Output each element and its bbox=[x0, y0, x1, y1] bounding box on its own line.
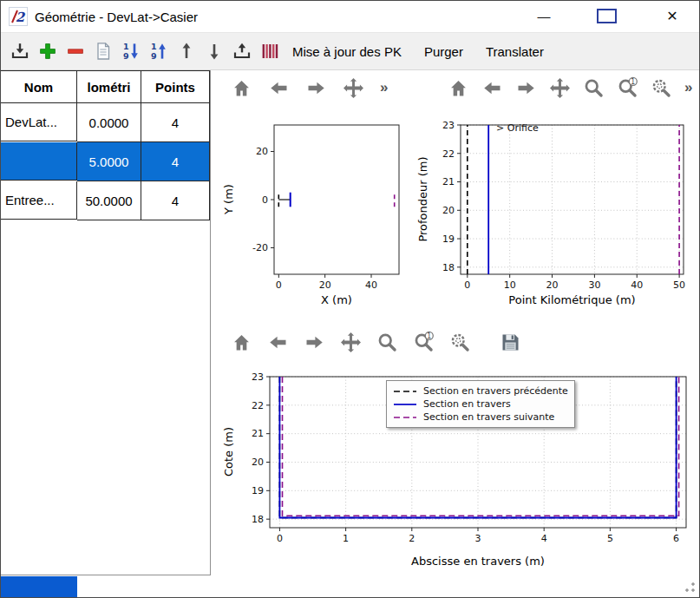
profile-x-axis-label: Point Kilométrique (m) bbox=[461, 293, 684, 306]
cell-points[interactable]: 4 bbox=[141, 181, 210, 220]
xy-plot-toolbar: » bbox=[228, 74, 388, 102]
svg-text:22: 22 bbox=[442, 148, 455, 160]
svg-text:1: 1 bbox=[150, 42, 156, 51]
pan-button[interactable] bbox=[546, 74, 572, 102]
toolbar-icon-strip: 1919 bbox=[8, 38, 281, 64]
xy-y-axis-label: Y (m) bbox=[222, 143, 235, 256]
cell-pk-selected[interactable]: 5.0000 bbox=[77, 142, 141, 181]
add-icon bbox=[37, 41, 58, 62]
home-button[interactable] bbox=[228, 328, 254, 356]
export-button[interactable] bbox=[230, 38, 253, 64]
forward-button[interactable] bbox=[301, 328, 327, 356]
geometry-app-icon: 2 bbox=[9, 7, 28, 26]
sort-down-icon: 19 bbox=[121, 41, 141, 62]
home-button[interactable] bbox=[228, 74, 254, 102]
svg-text:21: 21 bbox=[442, 176, 455, 187]
overflow-chevron[interactable]: » bbox=[684, 79, 692, 96]
zoom-button[interactable] bbox=[374, 328, 400, 356]
back-icon bbox=[481, 76, 504, 100]
back-button[interactable] bbox=[479, 74, 505, 102]
zoom-fit-button[interactable] bbox=[648, 74, 674, 102]
svg-text:9: 9 bbox=[150, 51, 156, 61]
svg-text:23: 23 bbox=[442, 120, 455, 131]
svg-text:50: 50 bbox=[673, 279, 685, 291]
cell-nom[interactable]: DevLat... bbox=[1, 103, 77, 141]
profile-plot[interactable]: 01020304050181920212223> Orifice bbox=[413, 116, 699, 304]
svg-text:1: 1 bbox=[427, 331, 431, 339]
forward-button[interactable] bbox=[303, 74, 329, 102]
pan-button[interactable] bbox=[337, 328, 363, 356]
overflow-chevron[interactable]: » bbox=[380, 79, 388, 96]
window-title: Géométrie - DevLat->Casier bbox=[35, 10, 198, 24]
app-window: 2 Géométrie - DevLat->Casier — ✕ 1919 Mi… bbox=[0, 0, 700, 598]
move-down-button[interactable] bbox=[202, 38, 226, 64]
save-button[interactable] bbox=[497, 328, 523, 356]
legend-item: Section en travers bbox=[393, 398, 568, 411]
move-up-icon bbox=[176, 41, 197, 62]
cell-nom[interactable]: Entree... bbox=[1, 181, 77, 220]
zoom-fit-icon bbox=[650, 76, 673, 100]
titlebar: 2 Géométrie - DevLat->Casier — ✕ bbox=[1, 1, 699, 32]
section-plot-toolbar: 1 bbox=[228, 328, 523, 356]
svg-text:0: 0 bbox=[276, 279, 282, 291]
svg-text:19: 19 bbox=[442, 233, 455, 245]
svg-text:20: 20 bbox=[546, 279, 559, 291]
back-icon bbox=[267, 76, 291, 100]
svg-text:-20: -20 bbox=[252, 242, 268, 253]
zoom-one-button[interactable]: 1 bbox=[614, 74, 640, 102]
pan-button[interactable] bbox=[340, 74, 366, 102]
section-x-axis-label: Abscisse en travers (m) bbox=[270, 555, 686, 568]
svg-text:1: 1 bbox=[631, 76, 635, 85]
column-header-nom[interactable]: Nom bbox=[1, 71, 77, 103]
import-button[interactable] bbox=[8, 38, 31, 64]
document-button[interactable] bbox=[91, 38, 114, 64]
cell-pk[interactable]: 50.0000 bbox=[77, 181, 141, 220]
remove-button[interactable] bbox=[63, 38, 87, 64]
sort-down-button[interactable]: 19 bbox=[119, 38, 142, 64]
forward-button[interactable] bbox=[513, 74, 539, 102]
pk-stripes-button[interactable] bbox=[258, 38, 281, 64]
pan-icon bbox=[342, 76, 365, 100]
sort-up-button[interactable]: 19 bbox=[147, 38, 170, 64]
svg-text:0: 0 bbox=[262, 194, 268, 206]
legend-item: Section en travers précédente bbox=[393, 384, 568, 398]
export-icon bbox=[232, 41, 252, 62]
svg-text:3: 3 bbox=[475, 533, 481, 544]
maximize-button[interactable] bbox=[585, 2, 628, 30]
back-icon bbox=[266, 331, 290, 354]
back-button[interactable] bbox=[265, 74, 291, 102]
add-button[interactable] bbox=[36, 38, 59, 64]
cell-points[interactable]: 4 bbox=[141, 103, 210, 142]
legend-label: Section en travers bbox=[423, 398, 511, 410]
forward-icon bbox=[514, 76, 538, 100]
home-button[interactable] bbox=[445, 74, 471, 102]
profile-plot-toolbar: 1» bbox=[445, 74, 692, 102]
forward-icon bbox=[303, 331, 326, 354]
cell-pk[interactable]: 0.0000 bbox=[77, 103, 141, 142]
home-icon bbox=[447, 76, 470, 100]
translater-button[interactable]: Translater bbox=[474, 33, 555, 69]
purger-button[interactable]: Purger bbox=[413, 33, 474, 69]
move-up-button[interactable] bbox=[174, 38, 198, 64]
zoom-fit-button[interactable] bbox=[447, 328, 473, 356]
xy-plot[interactable]: 02040-20020 bbox=[213, 116, 404, 304]
svg-text:30: 30 bbox=[588, 279, 600, 291]
svg-text:4: 4 bbox=[541, 533, 547, 544]
zoom-button[interactable] bbox=[580, 74, 606, 102]
column-header-pk[interactable]: lométri bbox=[77, 71, 141, 103]
pan-icon bbox=[339, 331, 363, 354]
main-toolbar: 1919 Mise à jour des PK Purger Translate… bbox=[1, 32, 699, 70]
zoom-one-button[interactable]: 1 bbox=[410, 328, 436, 356]
column-header-points[interactable]: Points bbox=[141, 71, 210, 103]
close-button[interactable]: ✕ bbox=[651, 2, 694, 30]
legend-label: Section en travers suivante bbox=[423, 411, 554, 423]
back-button[interactable] bbox=[265, 328, 291, 356]
cell-points-selected[interactable]: 4 bbox=[141, 142, 210, 181]
mise-a-jour-pk-button[interactable]: Mise à jour des PK bbox=[281, 33, 413, 69]
resize-grip[interactable] bbox=[684, 582, 695, 593]
svg-text:2: 2 bbox=[409, 533, 415, 544]
svg-text:23: 23 bbox=[252, 371, 264, 383]
sections-table-panel: Nom lométri Points DevLat... 0.0000 4 5.… bbox=[1, 70, 211, 575]
cell-nom-selected[interactable] bbox=[1, 142, 77, 181]
minimize-button[interactable]: — bbox=[522, 2, 566, 30]
